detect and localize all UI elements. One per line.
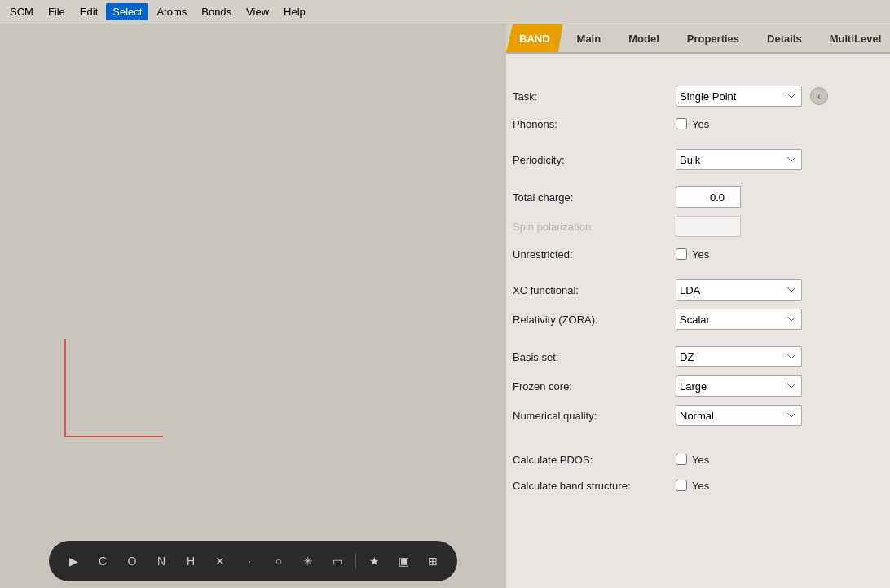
tab-details[interactable]: Details — [753, 24, 816, 52]
divider-5 — [506, 430, 890, 438]
toolbar-btn-play[interactable]: ▶ — [62, 550, 85, 573]
phonons-yes-label: Yes — [692, 118, 709, 130]
toolbar-btn-h[interactable]: H — [179, 550, 202, 573]
xc-functional-label: XC functional: — [513, 284, 676, 296]
menu-item-edit[interactable]: Edit — [73, 3, 104, 20]
spin-polarization-label: Spin polarization: — [513, 221, 676, 233]
total-charge-label: Total charge: — [513, 191, 676, 204]
pdos-label: Calculate PDOS: — [513, 454, 676, 466]
basis-set-row: Basis set: SZDZDZPTZPTZ2P › — [506, 342, 890, 371]
tab-model[interactable]: Model — [615, 24, 673, 52]
spin-polarization-control — [676, 216, 890, 237]
xc-functional-control: LDAGGAPBEPBE0HSE06 — [676, 279, 890, 301]
menu-item-atoms[interactable]: Atoms — [150, 3, 193, 20]
numerical-quality-label: Numerical quality: — [513, 410, 676, 422]
pdos-control: Yes — [676, 454, 890, 466]
menubar: SCMFileEditSelectAtomsBondsViewHelp — [0, 0, 890, 24]
menu-item-view[interactable]: View — [240, 3, 275, 20]
toolbar-btn-star[interactable]: ★ — [363, 550, 386, 573]
toolbar-btn-dot[interactable]: · — [238, 550, 261, 573]
spin-polarization-input[interactable] — [676, 216, 741, 237]
unrestricted-checkbox[interactable] — [676, 248, 687, 260]
total-charge-input[interactable] — [676, 186, 741, 208]
relativity-dropdown[interactable]: NoneScalarSpin-orbit — [676, 309, 802, 330]
toolbar-btn-n[interactable]: N — [150, 550, 173, 573]
tab-multilevel[interactable]: MultiLevel — [816, 24, 890, 52]
numerical-quality-row: Numerical quality: BasicNormalGoodVery G… — [506, 401, 890, 430]
toolbar-btn-gear[interactable]: ✳ — [297, 550, 319, 573]
periodicity-control: BulkSlabWireMolecule — [676, 149, 890, 170]
axes — [33, 331, 163, 469]
phonons-control: Yes — [676, 118, 890, 130]
tab-band[interactable]: BAND — [506, 24, 563, 52]
relativity-row: Relativity (ZORA): NoneScalarSpin-orbit … — [506, 305, 890, 334]
divider-5b — [506, 438, 890, 446]
toolbar-btn-x[interactable]: ✕ — [209, 550, 231, 573]
content-area: Task: Single PointGeometry OptimizationF… — [506, 75, 890, 588]
frozen-core-control: NoneSmallLarge — [676, 375, 890, 397]
band-structure-label: Calculate band structure: — [513, 480, 676, 492]
task-dropdown[interactable]: Single PointGeometry OptimizationFrequen… — [676, 86, 802, 107]
task-control: Single PointGeometry OptimizationFrequen… — [676, 86, 890, 107]
divider-1 — [506, 137, 890, 145]
frozen-core-dropdown[interactable]: NoneSmallLarge — [676, 375, 802, 397]
menu-item-scm[interactable]: SCM — [3, 3, 40, 20]
tab-bar: BANDMainModelPropertiesDetailsMultiLevel… — [506, 24, 890, 54]
toolbar-btn-square[interactable]: ▣ — [392, 550, 415, 573]
toolbar-separator — [355, 553, 356, 569]
tab-main[interactable]: Main — [563, 24, 615, 52]
total-charge-control — [676, 186, 890, 208]
bottom-toolbar: ▶CONH✕·○✳▭★▣⊞ — [49, 541, 457, 581]
toolbar-btn-ring[interactable]: ○ — [267, 550, 290, 573]
pdos-checkbox[interactable] — [676, 454, 687, 465]
toolbar-btn-o[interactable]: O — [121, 550, 143, 573]
unrestricted-row: Unrestricted: Yes — [506, 241, 890, 267]
viewport — [0, 24, 506, 534]
task-label: Task: — [513, 90, 676, 103]
phonons-row: Phonons: Yes › — [506, 111, 890, 137]
divider-3 — [506, 267, 890, 275]
pdos-yes-label: Yes — [692, 454, 709, 466]
basis-set-label: Basis set: — [513, 351, 676, 363]
periodicity-label: Periodicity: — [513, 154, 676, 166]
numerical-quality-dropdown[interactable]: BasicNormalGoodVery GoodExcellent — [676, 405, 802, 426]
band-structure-row: Calculate band structure: Yes › — [506, 472, 890, 498]
main-container: ▶CONH✕·○✳▭★▣⊞ BANDMainModelPropertiesDet… — [0, 24, 890, 588]
phonons-label: Phonons: — [513, 118, 676, 130]
basis-set-control: SZDZDZPTZPTZ2P — [676, 346, 890, 367]
xc-functional-row: XC functional: LDAGGAPBEPBE0HSE06 › — [506, 275, 890, 305]
menu-item-file[interactable]: File — [42, 3, 72, 20]
spin-polarization-row: Spin polarization: — [506, 212, 890, 241]
band-structure-checkbox[interactable] — [676, 480, 687, 491]
xc-functional-dropdown[interactable]: LDAGGAPBEPBE0HSE06 — [676, 279, 802, 301]
task-nav-left[interactable]: ‹ — [810, 87, 828, 105]
menu-item-select[interactable]: Select — [106, 3, 148, 20]
basis-set-dropdown[interactable]: SZDZDZPTZPTZ2P — [676, 346, 802, 367]
panel-top-area — [506, 54, 890, 75]
toolbar-btn-grid[interactable]: ⊞ — [421, 550, 444, 573]
toolbar-btn-c[interactable]: C — [91, 550, 114, 573]
frozen-core-row: Frozen core: NoneSmallLarge — [506, 371, 890, 401]
band-structure-yes-label: Yes — [692, 480, 709, 492]
phonons-checkbox[interactable] — [676, 118, 687, 129]
task-row: Task: Single PointGeometry OptimizationF… — [506, 81, 890, 111]
toolbar-btn-rect[interactable]: ▭ — [326, 550, 349, 573]
periodicity-dropdown[interactable]: BulkSlabWireMolecule — [676, 149, 802, 170]
left-panel: ▶CONH✕·○✳▭★▣⊞ — [0, 24, 506, 588]
divider-2 — [506, 174, 890, 182]
unrestricted-label: Unrestricted: — [513, 248, 676, 261]
band-structure-control: Yes — [676, 480, 890, 492]
periodicity-row: Periodicity: BulkSlabWireMolecule › — [506, 145, 890, 174]
right-panel: BANDMainModelPropertiesDetailsMultiLevel… — [506, 24, 890, 588]
relativity-label: Relativity (ZORA): — [513, 314, 676, 326]
unrestricted-yes-label: Yes — [692, 248, 709, 261]
menu-item-help[interactable]: Help — [277, 3, 312, 20]
relativity-control: NoneScalarSpin-orbit — [676, 309, 890, 330]
divider-4 — [506, 334, 890, 342]
menu-item-bonds[interactable]: Bonds — [195, 3, 238, 20]
unrestricted-control: Yes — [676, 248, 890, 261]
tab-properties[interactable]: Properties — [673, 24, 753, 52]
numerical-quality-control: BasicNormalGoodVery GoodExcellent — [676, 405, 890, 426]
total-charge-row: Total charge: — [506, 182, 890, 212]
frozen-core-label: Frozen core: — [513, 380, 676, 393]
